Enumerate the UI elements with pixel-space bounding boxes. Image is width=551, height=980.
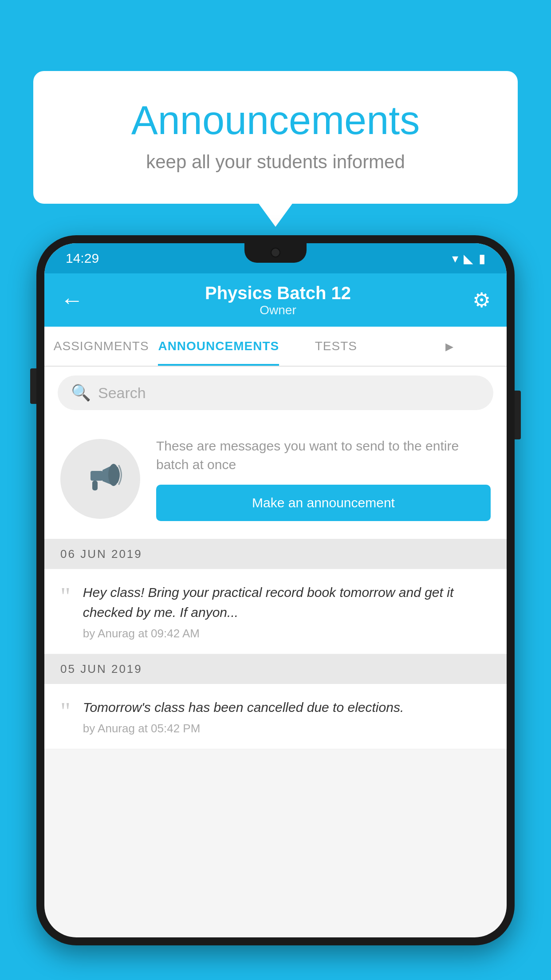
tab-tests[interactable]: TESTS	[279, 327, 393, 366]
header-title-block: Physics Batch 12 Owner	[205, 283, 351, 317]
svg-rect-3	[92, 481, 98, 490]
announcement-text-2: Tomorrow's class has been cancelled due …	[83, 697, 491, 717]
announcement-meta-2: by Anurag at 05:42 PM	[83, 722, 491, 735]
search-placeholder: Search	[98, 384, 146, 402]
date-header-2: 05 JUN 2019	[44, 654, 507, 684]
megaphone-circle	[60, 439, 140, 519]
battery-icon: ▮	[479, 251, 485, 266]
status-time: 14:29	[66, 251, 99, 266]
tab-announcements[interactable]: ANNOUNCEMENTS	[158, 327, 279, 366]
phone-outer: 14:29 ▾ ◣ ▮ ← Physics Batch 12 Owner ⚙	[36, 235, 515, 945]
status-icons: ▾ ◣ ▮	[452, 251, 485, 266]
signal-icon: ◣	[464, 251, 473, 266]
quote-icon-1: "	[60, 584, 71, 609]
settings-icon[interactable]: ⚙	[472, 288, 491, 312]
promo-description: These are messages you want to send to t…	[156, 437, 491, 474]
announcement-content-2: Tomorrow's class has been cancelled due …	[83, 697, 491, 735]
announcement-meta-1: by Anurag at 09:42 AM	[83, 627, 491, 640]
back-button[interactable]: ←	[60, 287, 83, 313]
phone-wrapper: 14:29 ▾ ◣ ▮ ← Physics Batch 12 Owner ⚙	[36, 235, 515, 980]
app-header: ← Physics Batch 12 Owner ⚙	[44, 273, 507, 327]
megaphone-icon	[78, 457, 122, 501]
speech-bubble: Announcements keep all your students inf…	[33, 71, 518, 204]
announcement-text-1: Hey class! Bring your practical record b…	[83, 582, 491, 622]
tab-bar: ASSIGNMENTS ANNOUNCEMENTS TESTS ▸	[44, 327, 507, 367]
quote-icon-2: "	[60, 699, 71, 724]
tab-more[interactable]: ▸	[393, 327, 507, 366]
status-bar: 14:29 ▾ ◣ ▮	[44, 243, 507, 273]
search-icon: 🔍	[71, 383, 91, 402]
wifi-icon: ▾	[452, 251, 458, 266]
speech-bubble-container: Announcements keep all your students inf…	[33, 71, 518, 204]
announcement-item-2: " Tomorrow's class has been cancelled du…	[44, 684, 507, 749]
tab-assignments[interactable]: ASSIGNMENTS	[44, 327, 158, 366]
search-bar[interactable]: 🔍 Search	[58, 375, 493, 410]
announcement-content-1: Hey class! Bring your practical record b…	[83, 582, 491, 640]
batch-role: Owner	[205, 303, 351, 317]
batch-title: Physics Batch 12	[205, 283, 351, 303]
announcements-heading: Announcements	[69, 98, 482, 143]
phone-screen: 14:29 ▾ ◣ ▮ ← Physics Batch 12 Owner ⚙	[44, 243, 507, 937]
search-container: 🔍 Search	[44, 367, 507, 419]
announcement-item-1: " Hey class! Bring your practical record…	[44, 569, 507, 654]
camera	[271, 248, 280, 257]
announcements-subtitle: keep all your students informed	[69, 151, 482, 173]
notch	[244, 243, 307, 263]
make-announcement-button[interactable]: Make an announcement	[156, 485, 491, 521]
date-header-1: 06 JUN 2019	[44, 539, 507, 569]
promo-content: These are messages you want to send to t…	[156, 437, 491, 521]
svg-rect-2	[91, 471, 103, 481]
promo-section: These are messages you want to send to t…	[44, 419, 507, 539]
